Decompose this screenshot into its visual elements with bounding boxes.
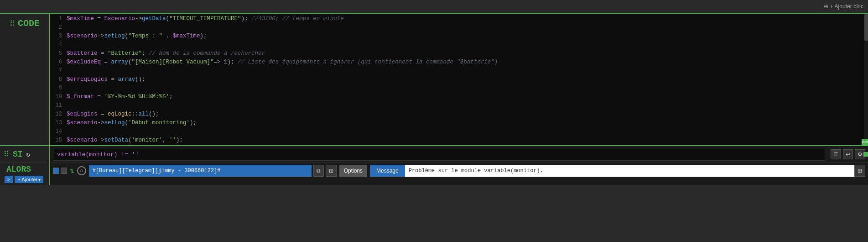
si-section: ⠿ SI ↻ ☰ ↩ ⚙ (0, 145, 868, 163)
dropdown-icon: ▾ (38, 177, 41, 182)
table-row: 11 (50, 101, 868, 110)
si-drag-handle-icon[interactable]: ⠿ (4, 150, 9, 159)
si-resize-handle[interactable] (863, 152, 868, 157)
alors-section-label: ALORS (3, 165, 31, 174)
alors-device-group: ⧉ ⊞ (89, 165, 337, 177)
top-bar: ⊕ + Ajouter bloc (0, 0, 868, 13)
table-row: 9 (50, 84, 868, 93)
drag-handle-icon[interactable]: ⠿ (10, 19, 15, 28)
forward-icon: > (7, 177, 10, 182)
alors-buttons: > + Ajouter ▾ (3, 176, 43, 183)
si-left-bar: ⠿ SI ↻ (0, 146, 50, 163)
alors-copy-icon-btn[interactable]: ⧉ (313, 165, 324, 177)
checkbox-group (53, 168, 67, 174)
si-section-label: SI (13, 150, 23, 159)
table-row: 3 $scenario->setLog("Temps : " . $maxTim… (50, 32, 868, 41)
circle-action-icon[interactable]: ⊖ (77, 166, 86, 175)
checkbox-enabled[interactable] (53, 168, 59, 174)
table-row: 12 $eqLogics = eqLogic::all(); (50, 110, 868, 119)
table-row: 2 (50, 23, 868, 32)
code-lines: 1 $maxTime = $scenario->getData("TIMEOUT… (50, 15, 868, 145)
code-label-row: ⠿ CODE (10, 18, 40, 29)
table-row: 8 $errEqLogics = array(); (50, 75, 868, 84)
message-button[interactable]: Message (370, 165, 405, 177)
table-row: 4 (50, 41, 868, 49)
table-row: 10 $_format = '%Y-%m-%d %H:%M:%S'; (50, 93, 868, 101)
message-section: Message ⊞ (370, 165, 865, 177)
table-row: 15 $scenario->setData('monitor', ''); (50, 136, 868, 145)
add-icon: + Ajouter (17, 177, 37, 182)
table-row: 1 $maxTime = $scenario->getData("TIMEOUT… (50, 15, 868, 23)
code-section-label: CODE (18, 18, 40, 29)
code-scrollbar[interactable] (864, 14, 868, 145)
alors-row: ⇅ ⊖ ⧉ ⊞ Options Message ⊞ (50, 163, 868, 179)
code-left-bar: ⠿ CODE (0, 14, 50, 145)
alors-left-bar: ALORS > + Ajouter ▾ (0, 163, 50, 185)
checkbox-secondary[interactable] (61, 168, 67, 174)
add-bloc-label: + Ajouter bloc (830, 3, 863, 10)
arrow-up-down-icon[interactable]: ⇅ (70, 166, 74, 175)
code-section: ⠿ CODE 1 $maxTime = $scenario->getData("… (0, 13, 868, 145)
si-input-area (50, 146, 828, 163)
si-undo-icon-btn[interactable]: ↩ (843, 149, 853, 159)
alors-paste-icon-btn[interactable]: ⊞ (326, 165, 337, 177)
plus-icon: ⊕ (824, 3, 828, 10)
table-row: 6 $excludeEq = array("[Maison][Robot Vac… (50, 58, 868, 67)
code-editor[interactable]: 1 $maxTime = $scenario->getData("TIMEOUT… (50, 14, 868, 145)
alors-add-button[interactable]: + Ajouter ▾ (15, 176, 43, 183)
message-input[interactable] (405, 165, 854, 177)
message-copy-icon-btn[interactable]: ⊞ (854, 165, 865, 177)
si-refresh-icon[interactable]: ↻ (26, 151, 30, 158)
si-condition-input[interactable] (53, 148, 825, 161)
options-button[interactable]: Options (339, 165, 367, 177)
add-bloc-button[interactable]: ⊕ + Ajouter bloc (824, 3, 863, 10)
alors-forward-button[interactable]: > (5, 176, 13, 183)
table-row: 5 $batterie = "Batterie"; // Nom de la c… (50, 49, 868, 58)
scrollbar-thumb[interactable] (864, 14, 868, 41)
si-list-icon-btn[interactable]: ☰ (831, 149, 841, 159)
table-row: 7 (50, 67, 868, 75)
resize-handle[interactable]: ⟺ (862, 139, 868, 145)
alors-content: ⇅ ⊖ ⧉ ⊞ Options Message ⊞ (50, 163, 868, 185)
alors-section: ALORS > + Ajouter ▾ ⇅ ⊖ ⧉ (0, 163, 868, 185)
si-right-icons: ☰ ↩ ⚙ (828, 146, 868, 163)
table-row: 14 (50, 127, 868, 136)
table-row: 13 $scenario->setLog('Début monitoring')… (50, 119, 868, 127)
alors-device-input[interactable] (89, 165, 312, 177)
